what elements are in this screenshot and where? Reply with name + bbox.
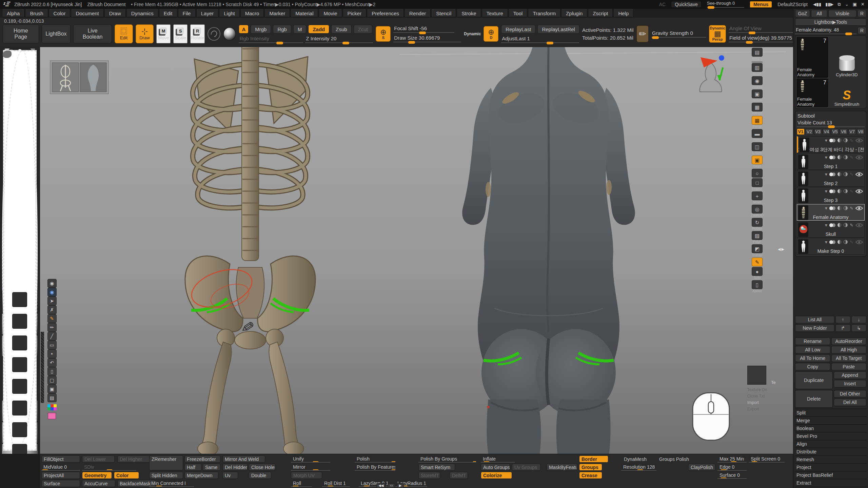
tray-button[interactable]: Crease xyxy=(579,472,602,479)
tray-button[interactable]: Morph UV xyxy=(291,472,322,479)
tray-button[interactable]: Close Holes xyxy=(249,464,275,471)
tray-button[interactable]: Smart ReSym xyxy=(418,464,455,471)
menu-item[interactable]: Alpha xyxy=(2,9,24,17)
quick-tool-icon[interactable]: ╱ xyxy=(47,332,57,341)
tray-button[interactable]: FillObject xyxy=(41,455,80,463)
polypaint-icon[interactable] xyxy=(829,240,835,244)
pair-left-button[interactable]: All Low xyxy=(795,346,830,353)
shading-icon[interactable] xyxy=(837,206,842,210)
menu-item[interactable]: Render xyxy=(405,9,431,17)
subtool-section-row[interactable]: Split xyxy=(795,409,866,417)
tray-button[interactable]: DelMT xyxy=(450,472,468,479)
quick-tool-icon[interactable]: ▢ xyxy=(47,376,57,385)
subtool-item[interactable]: ▾ ✎ Skull xyxy=(797,221,865,238)
list-all-button[interactable]: List All xyxy=(795,316,834,323)
all-button[interactable]: All xyxy=(811,10,827,17)
move-up-icon[interactable]: ↑ xyxy=(835,316,850,323)
tray-button[interactable]: Del Lower xyxy=(82,455,115,463)
adjust-last-slider[interactable]: AdjustLast 1 xyxy=(501,36,579,43)
polypaint-icon[interactable] xyxy=(829,156,835,159)
tray-button[interactable]: Resolution 128 xyxy=(621,464,656,471)
subtool-item[interactable]: ▾ ✎ Step 2 xyxy=(797,170,865,187)
m-button[interactable]: M xyxy=(293,25,307,34)
visible-count-slider[interactable]: Visible Count 13 xyxy=(797,120,865,127)
tray-button[interactable]: Split Screen 0 xyxy=(749,455,785,463)
tray-button[interactable]: Roll xyxy=(291,480,312,487)
subtool-header[interactable]: Subtool xyxy=(797,113,864,119)
polypaint-icon[interactable] xyxy=(829,206,835,210)
menu-item[interactable]: Marker xyxy=(264,9,290,17)
texture-action[interactable]: Import xyxy=(747,400,770,406)
rgb-button[interactable]: Rgb xyxy=(273,25,291,34)
pair-right-button[interactable]: All To Target xyxy=(831,354,867,362)
tool-r-button[interactable]: R xyxy=(857,27,866,34)
replay-last-button[interactable]: ReplayLast xyxy=(501,25,535,34)
menu-item[interactable]: Movie xyxy=(319,9,342,17)
r-button[interactable]: R xyxy=(857,10,866,17)
tray-button[interactable]: ClayPolish xyxy=(688,464,715,471)
list-order-icon[interactable]: ▾ xyxy=(825,138,827,143)
quick-tool-icon[interactable]: ◉ xyxy=(47,288,57,297)
shelf-toggle[interactable]: ◫ L.Sym xyxy=(748,142,767,155)
tray-button[interactable]: Surface xyxy=(41,480,80,487)
menu-item[interactable]: Stroke xyxy=(457,9,481,17)
shading-icon[interactable] xyxy=(837,240,842,244)
visible-button[interactable]: Visible xyxy=(828,10,856,17)
tool-thumb-simplebrush[interactable]: S SimpleBrush xyxy=(829,79,865,107)
tray-button[interactable]: ProjectAll xyxy=(41,472,80,479)
shading-icon[interactable] xyxy=(837,172,842,176)
menu-item[interactable]: Color xyxy=(49,9,71,17)
shelf-toggle[interactable]: SPix 3 xyxy=(748,57,767,62)
shelf-toggle[interactable]: ▦ Persp xyxy=(748,116,767,128)
polypaint-icon[interactable] xyxy=(829,223,835,227)
shrink-right-icon[interactable]: ▮▮▶ xyxy=(825,2,833,7)
tray-button[interactable]: Del Hidden xyxy=(222,464,248,471)
del-other-button[interactable]: Del Other xyxy=(834,390,867,398)
quick-tool-icon[interactable]: ▣ xyxy=(47,385,57,393)
subtool-section-row[interactable]: Merge xyxy=(795,417,866,425)
quick-tool-icon[interactable]: • xyxy=(47,349,57,358)
edit-button[interactable]: ⿴ Edit xyxy=(115,24,133,43)
dynamic-label[interactable]: Dynamic xyxy=(464,32,481,36)
subtool-section-row[interactable]: Project BasRelief xyxy=(795,471,866,479)
menu-item[interactable]: File xyxy=(178,9,196,17)
restore-button[interactable]: ▣ xyxy=(853,2,857,7)
difference-icon[interactable] xyxy=(844,138,848,142)
subtool-view-tab[interactable]: V2 xyxy=(805,128,813,135)
subtool-section-row[interactable]: Remesh xyxy=(795,456,866,464)
tray-button[interactable]: Border xyxy=(579,455,608,463)
shelf-toggle[interactable]: ◉ Zooms xyxy=(748,76,767,89)
list-order-icon[interactable]: ▾ xyxy=(825,205,827,211)
shrink-left-icon[interactable]: ◀▮▮ xyxy=(813,2,821,7)
tray-button[interactable]: Groups Polish xyxy=(657,455,691,463)
visibility-eye-icon[interactable] xyxy=(855,189,863,194)
tray-button[interactable]: MidValue 0 xyxy=(41,464,80,471)
left-divider-handle[interactable] xyxy=(41,332,44,403)
menu-item[interactable]: Light xyxy=(219,9,240,17)
close-button[interactable]: ✕ xyxy=(861,2,865,7)
visibility-eye-icon[interactable] xyxy=(855,223,863,227)
pink-swatch[interactable] xyxy=(48,413,56,419)
difference-icon[interactable] xyxy=(844,206,848,210)
gravity-pencil-icon[interactable]: ✏ xyxy=(636,25,649,42)
polypaint-icon[interactable] xyxy=(829,172,835,176)
shelf-toggle[interactable]: + Move xyxy=(748,191,767,204)
quick-tool-icon[interactable]: ✏ xyxy=(47,323,57,332)
menus-toggle[interactable]: Menus xyxy=(750,1,772,8)
menu-item[interactable]: Texture xyxy=(482,9,508,17)
tray-button[interactable]: Min Connected I xyxy=(149,480,194,487)
visibility-eye-icon[interactable] xyxy=(855,206,863,210)
shading-icon[interactable] xyxy=(837,189,842,193)
material-preview-icon[interactable] xyxy=(223,27,236,41)
tool-thumb-female-anatomy[interactable]: 7 Female Anatomy xyxy=(797,37,828,78)
subtool-item[interactable]: ▾ ✎ Make Step 0 xyxy=(797,238,865,255)
mrgb-button[interactable]: Mrgb xyxy=(251,25,271,34)
shelf-toggle[interactable]: ▥ Scroll xyxy=(748,63,767,76)
quick-tool-icon[interactable]: ▯ xyxy=(47,367,57,376)
duplicate-button[interactable]: Duplicate xyxy=(795,371,833,389)
del-all-button[interactable]: Del All xyxy=(834,399,867,406)
sculpt-brush-icon[interactable]: ✎ xyxy=(850,240,853,245)
subtool-item[interactable]: ▾ ✎ 14강 여성 3단계 바디 각상 - [전완 xyxy=(797,136,865,153)
menu-item[interactable]: Layer xyxy=(196,9,219,17)
shelf-toggle[interactable]: ▬ Floor xyxy=(748,129,767,142)
